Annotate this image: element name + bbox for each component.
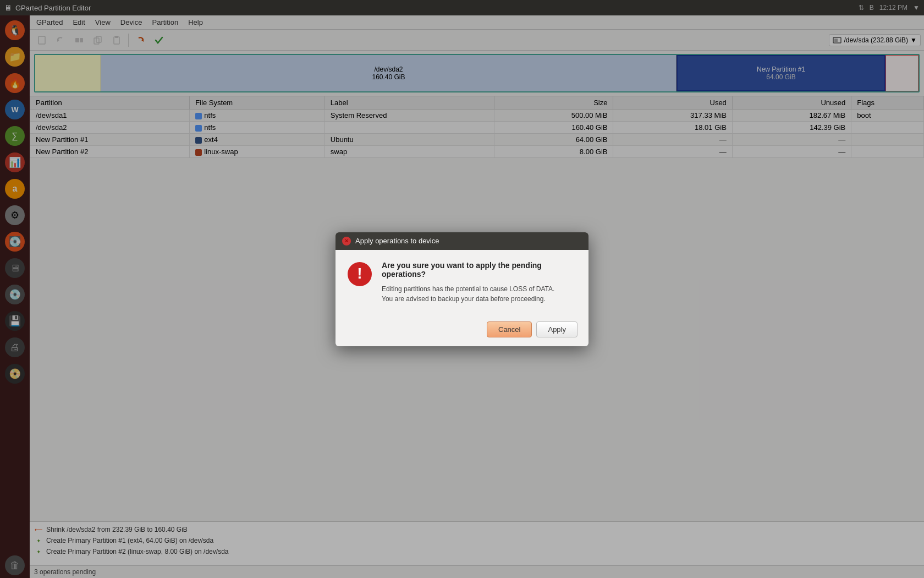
dialog-cancel-button[interactable]: Cancel: [487, 321, 532, 337]
dialog-question: Are you sure you want to apply the pendi…: [382, 261, 578, 279]
dialog-warning-icon: !: [346, 261, 373, 287]
dialog-overlay: ✕ Apply operations to device ! Are you s…: [0, 0, 924, 578]
confirm-dialog: ✕ Apply operations to device ! Are you s…: [336, 232, 588, 346]
dialog-close-button[interactable]: ✕: [342, 237, 351, 246]
close-icon: ✕: [344, 238, 349, 244]
dialog-message: Editing partitions has the potential to …: [382, 284, 578, 304]
dialog-body: ! Are you sure you want to apply the pen…: [336, 250, 588, 315]
dialog-message-line2: You are advised to backup your data befo…: [382, 295, 546, 303]
dialog-message-line1: Editing partitions has the potential to …: [382, 285, 554, 293]
dialog-content: Are you sure you want to apply the pendi…: [382, 261, 578, 304]
dialog-title: Apply operations to device: [355, 237, 439, 245]
dialog-titlebar: ✕ Apply operations to device: [336, 232, 588, 250]
dialog-apply-button[interactable]: Apply: [536, 321, 578, 337]
svg-text:!: !: [357, 265, 362, 282]
dialog-buttons: Cancel Apply: [336, 315, 588, 346]
